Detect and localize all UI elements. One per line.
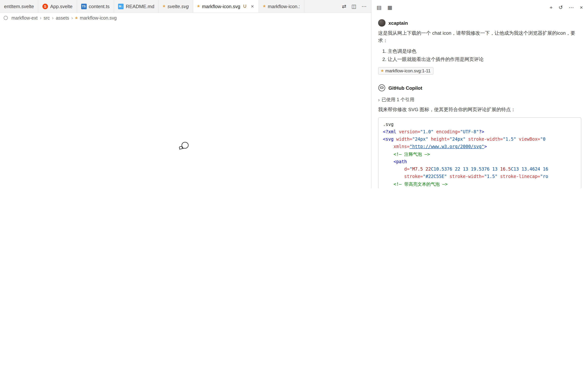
attachment-chip[interactable]: * markflow-icon.svg:1-11 (378, 67, 433, 75)
svg-file-icon: * (263, 6, 266, 9)
chevron-right-icon: › (52, 15, 54, 21)
attachment-label: markflow-icon.svg:1-11 (385, 68, 430, 74)
typescript-file-icon: TS (81, 3, 86, 9)
git-status-badge: U (243, 4, 246, 9)
code-block-language: .svg (383, 120, 577, 128)
tab-app-svelte[interactable]: S App.svelte (38, 0, 77, 12)
open-in-editor-icon[interactable]: ▦ (387, 4, 392, 10)
more-actions-icon[interactable]: ⋯ (361, 3, 367, 9)
svg-file-icon: * (197, 6, 200, 9)
copilot-avatar (378, 84, 386, 92)
vscode-window: entItem.svelte S App.svelte TS content.t… (0, 0, 588, 188)
chevron-right-icon: › (71, 15, 73, 21)
svg-preview-canvas[interactable] (0, 23, 371, 188)
editor-tabbar: entItem.svelte S App.svelte TS content.t… (0, 0, 371, 13)
close-panel-icon[interactable]: × (580, 4, 583, 10)
user-avatar (378, 19, 386, 27)
chat-bubbles-preview-icon (178, 141, 189, 152)
breadcrumb-item-assets[interactable]: assets (56, 15, 69, 21)
svelte-file-icon: S (42, 3, 48, 9)
open-changes-icon[interactable]: ⇄ (342, 3, 346, 9)
tab-label: content.ts (89, 3, 110, 9)
tab-markflow-icon-svg-2[interactable]: * markflow-icon.: (259, 0, 304, 12)
tab-readme-md[interactable]: M↓ README.md (114, 0, 159, 12)
user-name: xcaptain (388, 20, 408, 26)
chat-message-list[interactable]: xcaptain 这是我从网上下载的一个 chat icon，请帮我修改一下，让… (371, 15, 588, 188)
svg-file-icon: * (163, 6, 165, 9)
user-requirements-list: 主色调是绿色 让人一眼就能看出这个插件的作用是网页评论 (388, 47, 581, 64)
assistant-name: GitHub Copilot (388, 85, 422, 91)
svg-file-icon: * (75, 17, 77, 21)
new-chat-icon[interactable]: + (550, 4, 553, 10)
editor-toolbar: ⇄ ◫ ⋯ (337, 0, 371, 12)
tab-label: markflow-icon.svg (202, 3, 240, 9)
copilot-chat-panel: ▤ ▦ + ↺ ⋯ × xcaptain 这是我从网上下载的一个 chat ic… (371, 0, 588, 188)
breadcrumb-item-project[interactable]: markflow-ext (11, 15, 38, 21)
editor-group: entItem.svelte S App.svelte TS content.t… (0, 0, 371, 188)
breadcrumb-dot-icon (4, 16, 8, 20)
user-message-text: 这是我从网上下载的一个 chat icon，请帮我修改一下，让他成为我这个浏览器… (378, 30, 581, 44)
requirement-item: 主色调是绿色 (388, 47, 581, 55)
tab-content-ts[interactable]: TS content.ts (77, 0, 114, 12)
more-actions-icon[interactable]: ⋯ (569, 4, 574, 10)
code-block[interactable]: .svg <?xml version="1.0" encoding="UTF-8… (378, 117, 581, 188)
requirement-item: 让人一眼就能看出这个插件的作用是网页评论 (388, 55, 581, 64)
markdown-file-icon: M↓ (118, 3, 124, 9)
tab-entitem-svelte[interactable]: entItem.svelte (0, 0, 38, 12)
code-lines: <?xml version="1.0" encoding="UTF-8"?><s… (383, 128, 577, 188)
assistant-message-header: GitHub Copilot (378, 84, 581, 92)
tab-label: App.svelte (50, 3, 73, 9)
history-icon[interactable]: ↺ (558, 4, 563, 10)
breadcrumb-item-file[interactable]: markflow-icon.svg (80, 15, 117, 21)
breadcrumb-item-src[interactable]: src (43, 15, 50, 21)
svg-file-icon: * (381, 70, 383, 74)
tab-label: svelte.svg (168, 3, 189, 9)
breadcrumb: markflow-ext › src › assets › * markflow… (0, 13, 371, 23)
user-message-header: xcaptain (378, 19, 581, 27)
tab-label: README.md (126, 3, 154, 9)
close-tab-icon[interactable]: × (250, 3, 254, 9)
references-toggle[interactable]: › 已使用 1 个引用 (378, 97, 581, 103)
tab-markflow-icon-svg[interactable]: * markflow-icon.svg U × (193, 0, 259, 12)
chat-header: ▤ ▦ + ↺ ⋯ × (371, 0, 588, 15)
tab-svelte-svg[interactable]: * svelte.svg (159, 0, 193, 12)
split-editor-icon[interactable]: ◫ (352, 3, 356, 9)
references-label: 已使用 1 个引用 (382, 97, 414, 103)
chevron-right-icon: › (378, 97, 380, 103)
assistant-intro-text: 我来帮你修改 SVG 图标，使其更符合你的网页评论扩展的特点： (378, 106, 581, 114)
tab-label: markflow-icon.: (268, 3, 300, 9)
tab-label: entItem.svelte (4, 3, 34, 9)
open-session-icon[interactable]: ▤ (377, 4, 381, 10)
chevron-right-icon: › (40, 15, 42, 21)
